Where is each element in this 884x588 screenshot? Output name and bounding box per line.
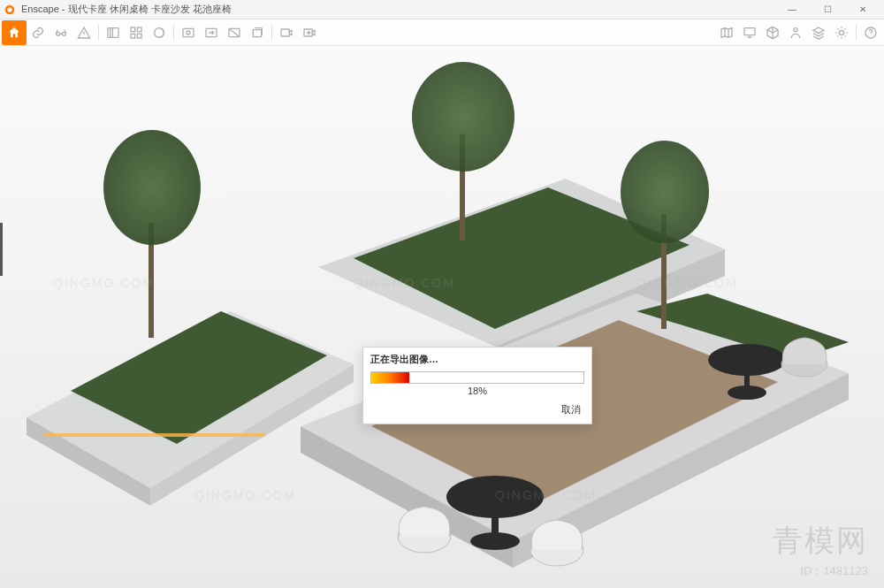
- svg-point-47: [412, 62, 514, 172]
- cancel-button[interactable]: 取消: [558, 401, 584, 418]
- titlebar: Enscape - 现代卡座 休闲桌椅 卡座沙发 花池座椅 — ☐ ✕: [0, 0, 884, 19]
- home-button[interactable]: [2, 20, 27, 45]
- progress-percent: 18%: [370, 386, 584, 396]
- svg-point-18: [794, 27, 797, 31]
- svg-point-19: [839, 30, 843, 34]
- svg-point-40: [728, 386, 766, 400]
- svg-point-49: [621, 141, 709, 243]
- svg-rect-15: [281, 29, 289, 36]
- svg-rect-17: [744, 27, 755, 34]
- svg-rect-8: [137, 34, 141, 38]
- cube-icon[interactable]: [761, 21, 784, 44]
- svg-point-11: [187, 31, 190, 34]
- viewport[interactable]: QINGMO.COM QINGMO.COM QINGMO.COM QINGMO.…: [0, 46, 884, 588]
- window-controls: — ☐ ✕: [774, 0, 880, 19]
- person-icon[interactable]: [784, 21, 807, 44]
- svg-point-45: [103, 130, 201, 245]
- toolbar-separator: [173, 25, 174, 41]
- app-window: Enscape - 现代卡座 休闲桌椅 卡座沙发 花池座椅 — ☐ ✕: [0, 0, 884, 588]
- help-icon[interactable]: [859, 21, 882, 44]
- svg-rect-6: [137, 27, 141, 32]
- svg-rect-7: [131, 34, 135, 38]
- library-icon[interactable]: [102, 21, 125, 44]
- left-tab-strip[interactable]: [0, 223, 3, 276]
- progress-fill: [371, 372, 409, 383]
- link-icon[interactable]: [27, 21, 50, 44]
- progress-bar: [370, 371, 584, 384]
- batch-icon[interactable]: [246, 21, 269, 44]
- dialog-title: 正在导出图像…: [370, 353, 584, 366]
- screen-icon[interactable]: [738, 21, 761, 44]
- export-icon[interactable]: [200, 21, 223, 44]
- toolbar-separator: [856, 25, 857, 41]
- sun-icon[interactable]: [830, 21, 853, 44]
- svg-rect-36: [492, 493, 499, 537]
- svg-point-1: [7, 7, 11, 11]
- app-icon: [4, 4, 16, 16]
- svg-rect-26: [44, 433, 265, 437]
- window-title: Enscape - 现代卡座 休闲桌椅 卡座沙发 花池座椅: [21, 3, 774, 16]
- minimize-button[interactable]: —: [774, 0, 810, 19]
- maximize-button[interactable]: ☐: [810, 0, 845, 19]
- screenshot-icon[interactable]: [177, 21, 200, 44]
- warning-icon[interactable]: [72, 21, 95, 44]
- svg-rect-10: [183, 28, 194, 36]
- render-scene: [0, 46, 884, 588]
- material-icon[interactable]: [148, 21, 171, 44]
- toolbar-separator: [271, 25, 272, 41]
- toolbar: [0, 19, 884, 46]
- layers-icon[interactable]: [807, 21, 830, 44]
- svg-rect-5: [131, 27, 135, 32]
- assets-icon[interactable]: [125, 21, 148, 44]
- video-export-icon[interactable]: [298, 21, 321, 44]
- close-button[interactable]: ✕: [845, 0, 880, 19]
- svg-point-37: [470, 532, 520, 550]
- export-dialog: 正在导出图像… 18% 取消: [362, 347, 592, 424]
- glasses-icon[interactable]: [50, 21, 72, 44]
- map-icon[interactable]: [715, 21, 738, 44]
- toolbar-separator: [98, 25, 99, 41]
- video-icon[interactable]: [275, 21, 298, 44]
- mono-icon[interactable]: [223, 21, 246, 44]
- svg-rect-14: [253, 29, 261, 36]
